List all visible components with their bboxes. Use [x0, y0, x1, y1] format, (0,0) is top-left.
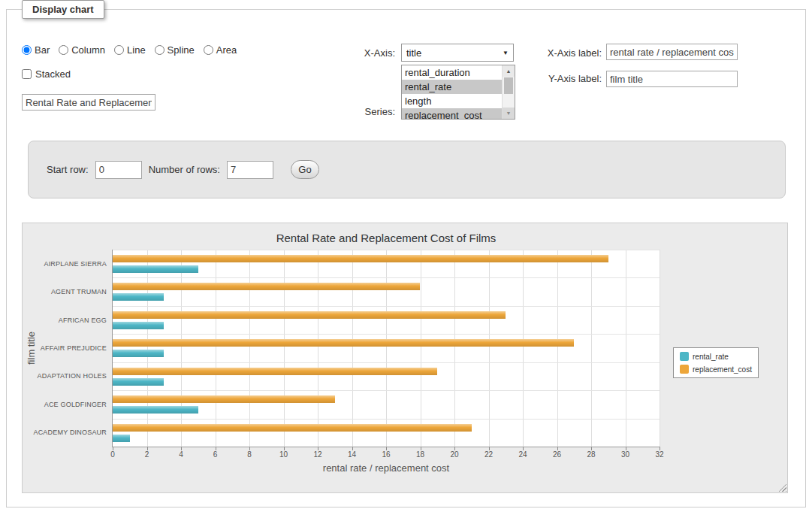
band-gridline: [113, 419, 660, 420]
chart-type-bar[interactable]: Bar: [22, 44, 50, 56]
category-label: ACE GOLDFINGER: [23, 401, 107, 408]
chart-type-label: Column: [71, 44, 105, 56]
num-rows-input[interactable]: [227, 161, 273, 179]
category-label: AIRPLANE SIERRA: [23, 260, 107, 268]
series-option-length[interactable]: length: [402, 94, 502, 108]
bar-replacement_cost: [113, 339, 574, 347]
category-label: ADAPTATION HOLES: [23, 372, 107, 380]
bar-rental_rate: [113, 293, 164, 301]
gridline: [386, 250, 387, 447]
gridline: [181, 250, 182, 447]
chart-type-line[interactable]: Line: [114, 44, 146, 56]
x-tick-label: 4: [179, 450, 183, 459]
series-option-replacement_cost[interactable]: replacement_cost: [402, 108, 502, 119]
band-gridline: [113, 334, 660, 335]
x-tick-label: 22: [484, 450, 493, 459]
category-label: AFFAIR PREJUDICE: [23, 344, 107, 352]
chart-type-label: Line: [127, 44, 146, 56]
go-button[interactable]: Go: [291, 160, 319, 179]
x-axis-label-input[interactable]: [606, 44, 738, 60]
bar-replacement_cost: [113, 311, 506, 319]
band-gridline: [113, 250, 660, 250]
x-tick-label: 28: [587, 450, 595, 459]
x-axis-title: rental rate / replacement cost: [113, 462, 660, 474]
chart-type-radio-spline[interactable]: [155, 45, 165, 55]
chart-type-column[interactable]: Column: [59, 44, 105, 56]
gridline: [147, 250, 148, 447]
stacked-checkbox[interactable]: [22, 69, 32, 79]
bar-replacement_cost: [113, 368, 437, 375]
x-tick-label: 0: [110, 450, 115, 459]
gridline: [660, 250, 660, 447]
chart-type-radio-area[interactable]: [204, 45, 213, 55]
chart-type-radios: BarColumnLineSplineArea: [22, 44, 237, 56]
resize-handle-icon[interactable]: [777, 482, 786, 492]
gridline: [352, 250, 353, 447]
y-axis-label-field-label: Y-Axis label:: [488, 73, 602, 84]
gridline: [249, 250, 250, 447]
x-tick-label: 16: [382, 450, 390, 459]
category-label: AGENT TRUMAN: [23, 288, 107, 295]
band-gridline: [113, 306, 660, 307]
x-axis-label-field-label: X-Axis label:: [488, 47, 602, 59]
x-tick-label: 18: [416, 450, 424, 459]
x-tick-label: 12: [313, 450, 321, 459]
bar-rental_rate: [113, 378, 164, 386]
bar-replacement_cost: [113, 395, 335, 403]
x-axis-line: [112, 447, 660, 447]
gridline: [626, 250, 626, 447]
bar-replacement_cost: [113, 283, 420, 290]
x-tick-label: 2: [145, 450, 149, 459]
display-chart-panel: Display chart BarColumnLineSplineArea St…: [6, 9, 806, 507]
bar-rental_rate: [113, 322, 164, 329]
band-gridline: [113, 390, 660, 391]
chart-type-spline[interactable]: Spline: [155, 44, 195, 56]
gridline: [421, 250, 421, 447]
chart-type-radio-column[interactable]: [59, 45, 68, 55]
gridline: [557, 250, 558, 447]
x-axis-select-value: title: [406, 47, 421, 59]
chart-panel: Rental Rate and Replacement Cost of Film…: [22, 223, 788, 493]
x-tick-label: 8: [247, 450, 252, 459]
chart-title-input[interactable]: [22, 94, 155, 111]
legend-swatch: [680, 365, 689, 374]
gridline: [523, 250, 524, 447]
x-tick-label: 6: [213, 450, 218, 459]
legend-label: replacement_cost: [693, 365, 752, 374]
y-axis-line: [112, 250, 113, 447]
gridline: [216, 250, 216, 447]
chart-title: Rental Rate and Replacement Cost of Film…: [113, 232, 660, 244]
chart-type-label: Spline: [168, 44, 195, 56]
x-tick-label: 10: [279, 450, 288, 459]
gridline: [591, 250, 592, 447]
gridline: [489, 250, 490, 447]
stacked-label: Stacked: [35, 68, 71, 80]
start-row-input[interactable]: [95, 161, 142, 179]
legend-item-rental_rate[interactable]: rental_rate: [680, 352, 752, 361]
bar-rental_rate: [113, 265, 198, 273]
x-tick-label: 20: [450, 450, 458, 459]
chart-type-area[interactable]: Area: [204, 44, 237, 56]
scroll-down-button[interactable]: ▼: [503, 108, 515, 119]
legend-item-replacement_cost[interactable]: replacement_cost: [680, 365, 752, 374]
legend-label: rental_rate: [693, 353, 729, 361]
band-gridline: [113, 362, 660, 363]
x-tick-label: 14: [348, 450, 356, 459]
chart-type-radio-line[interactable]: [114, 45, 124, 55]
category-label: ACADEMY DINOSAUR: [23, 429, 107, 436]
start-row-label: Start row:: [47, 164, 89, 175]
x-tick-label: 30: [621, 450, 629, 459]
band-gridline: [113, 277, 660, 278]
plot-area: [113, 250, 660, 447]
chart-legend: rental_ratereplacement_cost: [673, 347, 759, 378]
series-field-label: Series:: [292, 106, 395, 117]
gridline: [318, 250, 318, 447]
panel-title: Display chart: [22, 0, 104, 19]
chart-type-radio-bar[interactable]: [22, 45, 32, 55]
chart-type-label: Area: [216, 44, 237, 56]
chart-type-label: Bar: [35, 44, 50, 56]
x-tick-label: 24: [518, 450, 527, 459]
bar-rental_rate: [113, 406, 198, 414]
y-axis-label-input[interactable]: [606, 71, 738, 87]
stacked-checkbox-label[interactable]: Stacked: [22, 68, 71, 80]
